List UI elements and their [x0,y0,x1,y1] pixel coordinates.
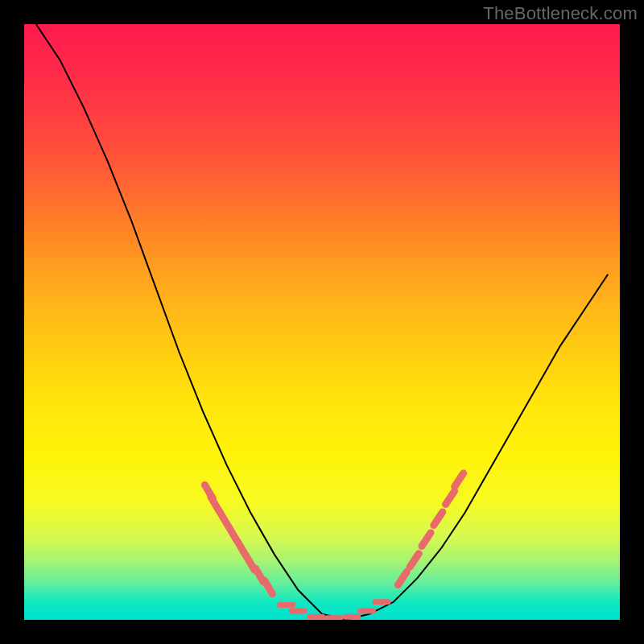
attribution-text: TheBottleneck.com [483,3,638,24]
marker-dash [211,497,219,510]
right-curve [346,275,609,620]
curve-layer [24,24,620,620]
chart-frame: TheBottleneck.com [0,0,644,644]
marker-dash [264,580,272,594]
left-curve [36,24,346,620]
marker-dash [398,572,407,585]
marker-dash [455,473,464,487]
plot-area [24,24,620,620]
marker-dash [220,512,228,526]
marker-dash [446,491,455,505]
marker-dash [410,554,419,568]
marker-dash [229,526,237,540]
marker-dash [434,512,443,526]
marker-group [204,473,463,618]
marker-dash [237,542,246,555]
marker-dash [422,533,431,547]
